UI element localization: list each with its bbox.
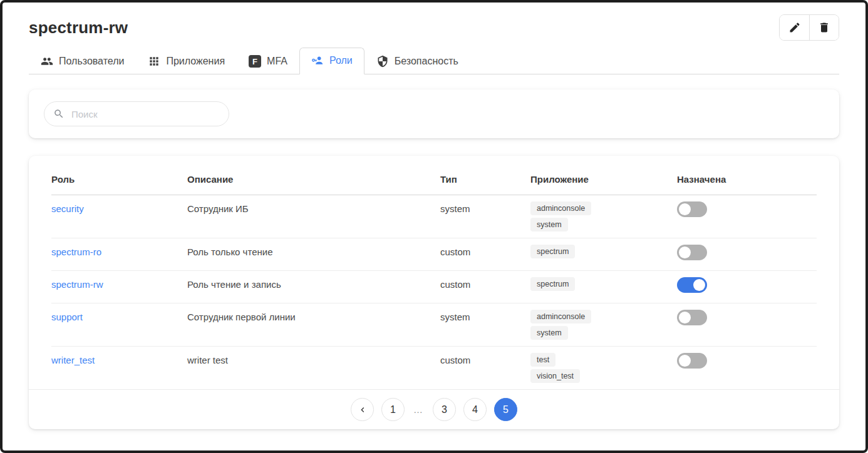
tab-label: Роли <box>329 55 353 66</box>
shield-icon <box>376 55 389 68</box>
page-title: spectrum-rw <box>29 18 128 38</box>
app-chip: system <box>530 326 568 340</box>
search-icon <box>53 108 65 120</box>
search-box[interactable] <box>44 101 229 126</box>
role-type: system <box>440 310 530 324</box>
delete-button[interactable] <box>809 15 839 40</box>
pagination-page-4[interactable]: 4 <box>463 398 487 421</box>
users-icon <box>41 55 53 68</box>
pagination: 1 … 3 4 5 <box>29 389 839 429</box>
role-link[interactable]: support <box>51 312 83 322</box>
role-description: writer test <box>187 353 440 367</box>
tab-label: Приложения <box>166 56 225 67</box>
tab-applications[interactable]: Приложения <box>136 48 237 74</box>
trash-icon <box>818 21 830 34</box>
table-row: security Сотрудник ИБ system adminconsol… <box>51 195 817 238</box>
role-type: system <box>440 201 530 216</box>
pencil-icon <box>788 21 801 34</box>
assigned-toggle[interactable] <box>677 277 707 293</box>
role-key-user-icon <box>311 54 324 67</box>
roles-table-card: Роль Описание Тип Приложение Назначена s… <box>29 156 839 429</box>
search-panel <box>29 89 839 138</box>
edit-button[interactable] <box>780 15 809 40</box>
search-input[interactable] <box>70 108 220 120</box>
apps-grid-icon <box>148 55 160 68</box>
column-header-type: Тип <box>440 172 530 186</box>
app-chip: system <box>530 218 568 232</box>
role-link[interactable]: spectrum-ro <box>51 247 101 257</box>
pagination-ellipsis: … <box>412 404 425 415</box>
app-chip: adminconsole <box>530 310 591 323</box>
role-link[interactable]: security <box>51 203 84 214</box>
assigned-toggle[interactable] <box>677 353 707 369</box>
tab-label: Пользователи <box>59 56 124 67</box>
tab-bar: Пользователи Приложения F MFA Роли Безоп… <box>29 48 839 74</box>
app-chip: adminconsole <box>530 201 591 215</box>
assigned-toggle[interactable] <box>677 310 707 325</box>
pagination-page-1[interactable]: 1 <box>381 398 405 421</box>
tab-label: MFA <box>267 56 287 67</box>
app-chip: vision_test <box>530 369 580 383</box>
mfa-badge-icon: F <box>249 55 261 68</box>
column-header-assigned: Назначена <box>677 172 817 186</box>
table-row: spectrum-rw Роль чтение и запись custom … <box>51 271 817 303</box>
pagination-page-3[interactable]: 3 <box>433 398 456 421</box>
role-link[interactable]: spectrum-rw <box>51 279 103 290</box>
role-type: custom <box>440 245 530 259</box>
role-type: custom <box>440 353 530 367</box>
table-row: spectrum-ro Роль только чтение custom sp… <box>51 238 817 271</box>
table-header-row: Роль Описание Тип Приложение Назначена <box>51 172 817 195</box>
header-action-group <box>779 14 839 41</box>
table-row: writer_test writer test custom test visi… <box>51 347 817 389</box>
column-header-application: Приложение <box>530 172 677 186</box>
tab-roles[interactable]: Роли <box>299 48 364 74</box>
table-row: support Сотрудник первой линии system ad… <box>51 303 817 347</box>
assigned-toggle[interactable] <box>677 245 707 260</box>
pagination-page-5-current[interactable]: 5 <box>494 398 517 421</box>
tab-security[interactable]: Безопасность <box>364 48 470 74</box>
role-type: custom <box>440 277 530 292</box>
app-chip: spectrum <box>530 245 575 258</box>
column-header-description: Описание <box>187 172 440 186</box>
chevron-left-icon <box>358 405 368 415</box>
role-description: Роль чтение и запись <box>187 277 440 292</box>
app-chip: spectrum <box>530 277 575 291</box>
tab-label: Безопасность <box>395 56 458 67</box>
role-description: Сотрудник первой линии <box>187 310 440 324</box>
role-description: Сотрудник ИБ <box>187 201 440 216</box>
app-chip: test <box>530 353 555 367</box>
tab-mfa[interactable]: F MFA <box>237 48 299 74</box>
page-header: spectrum-rw <box>3 3 865 44</box>
column-header-role: Роль <box>51 172 187 186</box>
pagination-prev-button[interactable] <box>351 398 374 421</box>
role-description: Роль только чтение <box>187 245 440 259</box>
role-link[interactable]: writer_test <box>51 355 95 365</box>
tab-users[interactable]: Пользователи <box>29 48 136 74</box>
assigned-toggle[interactable] <box>677 201 707 217</box>
